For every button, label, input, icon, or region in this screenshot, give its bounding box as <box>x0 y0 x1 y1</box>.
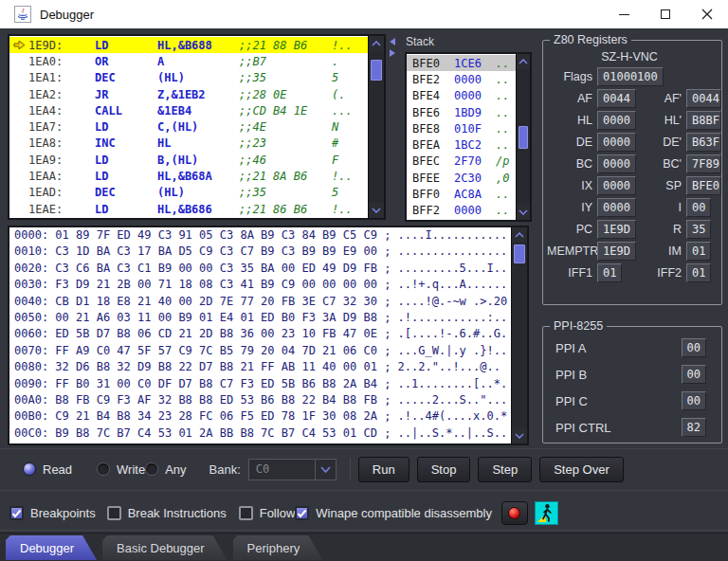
memory-line[interactable]: 00C0: B9 B8 7C B7 C4 53 01 2A BB B8 7C B… <box>14 426 511 443</box>
tab[interactable]: Debugger <box>6 535 97 560</box>
disassembly-row[interactable]: 1EA8: INC HL ;;23 # <box>9 136 368 152</box>
radio-option[interactable]: Write <box>97 462 145 477</box>
disassembly-row[interactable]: 1EAA: LD HL,&B68A ;;21 8A B6 !.. <box>9 168 368 184</box>
disassembly-row[interactable]: 1EA2: JR Z,&1EB2 ;;28 0E (. <box>9 86 368 102</box>
debug-action-button[interactable]: Step <box>478 457 532 482</box>
radio-label: Read <box>43 462 72 477</box>
register-value-field[interactable]: 01 <box>597 263 622 282</box>
register-value-field[interactable]: B8BF <box>686 111 721 130</box>
disassembly-row[interactable]: 1EA0: OR A ;;B7 . <box>9 53 368 69</box>
register-value-field[interactable]: 1E9D <box>597 220 636 239</box>
stack-row[interactable]: BFEE 2C30 ,0 <box>407 170 516 186</box>
ppi-value-field[interactable]: 00 <box>682 338 706 357</box>
register-value-field[interactable]: 00 <box>686 198 711 217</box>
memory-line[interactable]: 0010: C3 1D BA C3 17 BA D5 C9 C3 C7 B9 C… <box>14 244 511 261</box>
minimize-button[interactable] <box>603 0 645 28</box>
scrollbar-thumb[interactable] <box>514 244 525 263</box>
breakpoint-gutter[interactable] <box>9 40 28 50</box>
register-value-field[interactable]: 0000 <box>597 154 636 173</box>
debug-action-button[interactable]: Stop <box>417 457 471 482</box>
scrollbar-track[interactable] <box>512 243 527 428</box>
java-app-icon[interactable] <box>14 6 31 23</box>
register-value-field[interactable]: BFE0 <box>686 176 721 195</box>
option-checkbox[interactable]: Break Instructions <box>107 506 227 520</box>
record-led-button[interactable] <box>501 501 528 525</box>
disassembly-row[interactable]: 1EA7: LD C,(HL) ;;4E N <box>9 118 368 135</box>
stack-row[interactable]: BFEC 2F70 /p <box>407 154 516 170</box>
memory-line[interactable]: 0070: FF A9 C0 47 5F 57 C9 7C B5 79 20 0… <box>14 344 511 360</box>
scrollbar-track[interactable] <box>517 69 530 205</box>
close-button[interactable] <box>686 0 728 28</box>
ppi-value-field[interactable]: 00 <box>682 391 706 410</box>
radio-option[interactable]: Read <box>23 462 72 477</box>
ppi-value-field[interactable]: 00 <box>682 365 706 384</box>
option-checkbox[interactable]: Follow <box>239 506 296 520</box>
scroll-up-icon[interactable] <box>517 54 530 69</box>
stack-row[interactable]: BFEA 1BC2 .. <box>407 136 516 153</box>
scroll-down-icon[interactable] <box>512 428 527 443</box>
scroll-up-icon[interactable] <box>369 36 384 51</box>
register-value-field[interactable]: 1E9D <box>597 242 636 261</box>
scrollbar-thumb[interactable] <box>371 60 382 81</box>
ppi-value-field[interactable]: 82 <box>682 418 706 437</box>
stack-row[interactable]: BFE4 0000 .. <box>407 88 516 104</box>
memory-line[interactable]: 0000: 01 89 7F ED 49 C3 91 05 C3 8A B9 C… <box>14 228 511 244</box>
tab[interactable]: Periphery <box>233 535 323 560</box>
combo-dropdown-button[interactable] <box>315 460 336 480</box>
memory-line[interactable]: 0080: 32 D6 B8 32 D9 B8 22 D7 B8 21 FF A… <box>14 360 511 376</box>
maximize-button[interactable] <box>645 0 686 28</box>
option-checkbox[interactable]: Winape compatible disassembly <box>295 506 492 520</box>
disassembly-row[interactable]: 1EAD: DEC (HL) ;;35 5 <box>9 185 368 201</box>
memory-line[interactable]: 0050: 00 21 A6 03 11 00 B9 01 E4 01 ED B… <box>14 311 511 327</box>
stack-row[interactable]: BFE8 010F .. <box>407 120 516 136</box>
checkbox-label: Follow <box>260 506 296 520</box>
scroll-down-icon[interactable] <box>517 205 530 220</box>
register-value-field[interactable]: 01000100 <box>597 67 664 86</box>
option-checkbox[interactable]: Breakpoints <box>9 506 96 520</box>
register-value-field[interactable]: 35 <box>686 220 711 239</box>
scrollbar-track[interactable] <box>369 51 384 203</box>
register-value-field[interactable]: B63F <box>686 133 721 152</box>
disassembly-row[interactable]: 1EA1: DEC (HL) ;;35 5 <box>9 70 368 86</box>
register-value-field[interactable]: 01 <box>686 263 711 282</box>
memory-scrollbar[interactable] <box>511 227 527 443</box>
memory-line[interactable]: 0060: ED 5B D7 B8 06 CD 21 2D B8 36 00 2… <box>14 327 511 343</box>
register-value-field[interactable]: 0044 <box>597 89 636 108</box>
stack-scrollbar[interactable] <box>516 54 530 220</box>
bank-combobox[interactable]: C0 <box>248 459 337 480</box>
memory-line[interactable]: 00B0: C9 21 B4 B8 34 23 28 FC 06 F5 ED 7… <box>14 409 511 425</box>
stack-row[interactable]: BFF2 0000 .. <box>407 203 516 219</box>
tab[interactable]: Basic Debugger <box>102 535 228 560</box>
disassembly-row[interactable]: 1EA9: LD B,(HL) ;;46 F <box>9 152 368 168</box>
collapse-left-icon[interactable] <box>390 38 395 45</box>
step-walk-button[interactable] <box>535 501 558 525</box>
memory-line[interactable]: 00A0: B8 FB C9 F3 AF 32 B8 B8 ED 53 B6 B… <box>14 393 511 409</box>
memory-line[interactable]: 0090: FF B0 31 00 C0 DF D7 B8 C7 F3 ED 5… <box>14 377 511 393</box>
memory-line[interactable]: 0030: F3 D9 21 2B 00 71 18 08 C3 41 B9 C… <box>14 278 511 294</box>
memory-line[interactable]: 0020: C3 C6 BA C3 C1 B9 00 00 C3 35 BA 0… <box>14 262 511 278</box>
scrollbar-thumb[interactable] <box>519 126 528 149</box>
disassembly-row[interactable]: 1EA4: CALL &1EB4 ;;CD B4 1E ... <box>9 102 368 118</box>
register-value-field[interactable]: 0000 <box>597 176 636 195</box>
register-value-field[interactable]: 0000 <box>597 198 636 217</box>
stack-row[interactable]: BFE6 1BD9 .. <box>407 104 516 120</box>
register-value-field[interactable]: 0000 <box>597 111 636 130</box>
scroll-up-icon[interactable] <box>512 227 527 243</box>
register-value-field[interactable]: 0044 <box>686 89 721 108</box>
debug-action-button[interactable]: Run <box>358 457 410 482</box>
register-value-field[interactable]: 0000 <box>597 133 636 152</box>
memory-line[interactable]: 0040: CB D1 18 E8 21 40 00 2D 7E 77 20 F… <box>14 295 511 311</box>
scroll-down-icon[interactable] <box>369 203 384 218</box>
disassembly-scrollbar[interactable] <box>368 36 384 218</box>
register-value-field[interactable]: 01 <box>686 242 711 261</box>
stack-row[interactable]: BFE0 1CE6 .. <box>407 55 516 71</box>
disassembly-row[interactable]: 1EAE: LD HL,&B686 ;;21 86 B6 !.. <box>9 201 368 217</box>
stack-row[interactable]: BFF0 AC8A .. <box>407 186 516 202</box>
radio-option[interactable]: Any <box>145 462 186 477</box>
stack-row[interactable]: BFE2 0000 .. <box>407 71 516 87</box>
debug-action-button[interactable]: Step Over <box>539 457 624 482</box>
split-pane-divider[interactable] <box>386 34 399 220</box>
register-value-field[interactable]: 7F89 <box>686 154 721 173</box>
collapse-right-icon[interactable] <box>390 49 395 57</box>
disassembly-row[interactable]: 1E9D: LD HL,&B688 ;;21 88 B6 !.. <box>9 37 368 53</box>
